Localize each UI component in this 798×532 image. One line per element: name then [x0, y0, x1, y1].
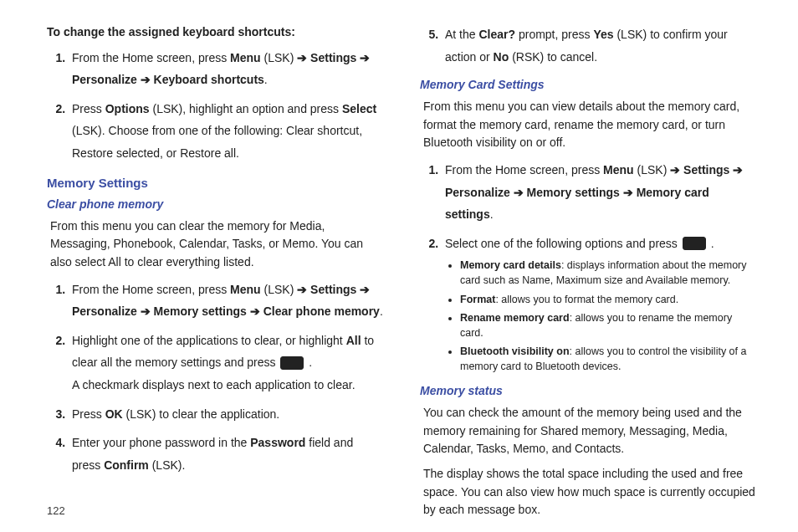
opt-rename: Rename memory card: allows you to rename…	[460, 310, 756, 340]
step-5: At the Clear? prompt, press Yes (LSK) to…	[442, 23, 756, 68]
shortcut-steps: From the Home screen, press Menu (LSK) ➔…	[47, 47, 383, 165]
clear-memory-steps: From the Home screen, press Menu (LSK) ➔…	[47, 279, 383, 477]
left-column: To change the assigned keyboard shortcut…	[47, 23, 383, 515]
page: To change the assigned keyboard shortcut…	[0, 0, 798, 532]
subsection-memory-card-settings: Memory Card Settings	[420, 76, 756, 95]
right-column: At the Clear? prompt, press Yes (LSK) to…	[420, 23, 756, 515]
clear-phone-memory-desc: From this menu you can clear the memory …	[50, 217, 383, 272]
cm-step-2: Highlight one of the applications to cle…	[69, 330, 383, 396]
memory-status-desc-1: You can check the amount of the memory b…	[423, 404, 756, 458]
memory-status-desc-2: The display shows the total space includ…	[423, 465, 756, 519]
mc-step-1: From the Home screen, press Menu (LSK) ➔…	[442, 159, 756, 226]
cm-step-3: Press OK (LSK) to clear the application.	[69, 403, 383, 426]
step-1: From the Home screen, press Menu (LSK) ➔…	[69, 47, 383, 91]
memory-card-options: Memory card details: displays informatio…	[460, 258, 756, 374]
memory-card-desc: From this menu you can view details abou…	[423, 98, 756, 152]
intro-heading: To change the assigned keyboard shortcut…	[47, 23, 383, 42]
section-memory-settings: Memory Settings	[47, 173, 383, 192]
subsection-clear-phone-memory: Clear phone memory	[47, 196, 383, 214]
mc-step-2: Select one of the following options and …	[442, 233, 756, 374]
memory-card-steps: From the Home screen, press Menu (LSK) ➔…	[420, 159, 756, 374]
opt-format: Format: allows you to format the memory …	[460, 292, 756, 307]
step-2: Press Options (LSK), highlight an option…	[69, 98, 383, 165]
opt-bluetooth: Bluetooth visibility on: allows you to c…	[460, 344, 756, 374]
subsection-memory-status: Memory status	[420, 382, 756, 401]
cm-step-4: Enter your phone password in the Passwor…	[69, 432, 383, 476]
ok-key-icon	[683, 237, 706, 250]
cm-step-1: From the Home screen, press Menu (LSK) ➔…	[69, 279, 383, 323]
page-number: 122	[47, 504, 65, 517]
ok-key-icon	[280, 356, 304, 370]
continued-steps: At the Clear? prompt, press Yes (LSK) to…	[420, 23, 756, 68]
opt-details: Memory card details: displays informatio…	[460, 258, 756, 288]
